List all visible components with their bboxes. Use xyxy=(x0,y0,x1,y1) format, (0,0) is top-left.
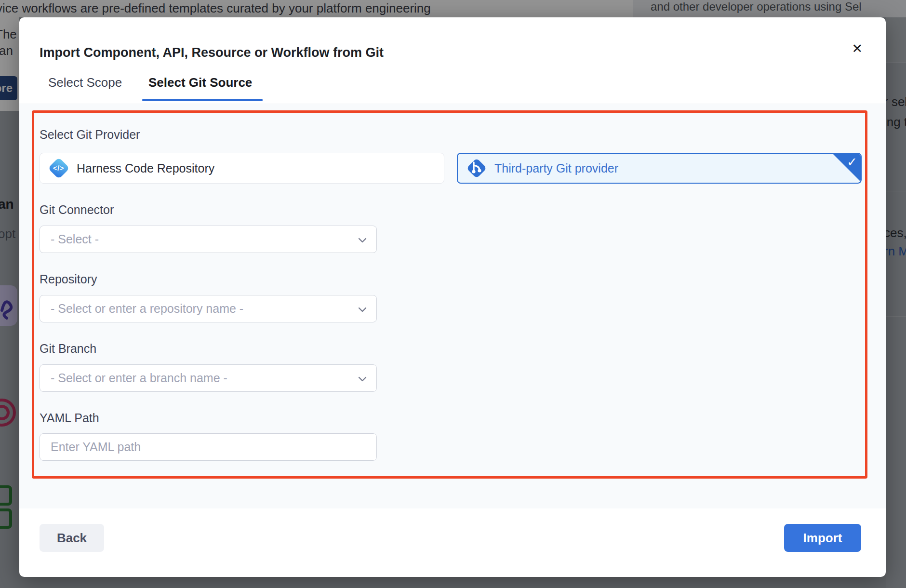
git-branch-label: Git Branch xyxy=(40,342,96,356)
tab-select-scope[interactable]: Select Scope xyxy=(48,75,122,90)
check-icon: ✓ xyxy=(847,155,857,170)
git-connector-select[interactable] xyxy=(40,226,377,253)
chevron-down-icon xyxy=(358,376,367,382)
provider-option-thirdparty-git[interactable]: Third-party Git provider ✓ xyxy=(457,153,862,184)
provider-option-harness-code[interactable]: </> Harness Code Repository xyxy=(40,153,444,184)
repository-label: Repository xyxy=(40,272,97,286)
yaml-path-label: YAML Path xyxy=(40,411,99,425)
tab-select-git-source[interactable]: Select Git Source xyxy=(148,75,252,90)
git-provider-label: Select Git Provider xyxy=(40,128,140,142)
provider-option-label: Harness Code Repository xyxy=(77,161,214,175)
git-connector-label: Git Connector xyxy=(40,203,114,217)
modal-title: Import Component, API, Resource or Workf… xyxy=(40,45,384,60)
repository-input[interactable] xyxy=(40,295,376,322)
chevron-down-icon xyxy=(358,307,367,312)
back-button[interactable]: Back xyxy=(40,524,104,552)
provider-option-label: Third-party Git provider xyxy=(494,161,618,175)
import-button[interactable]: Import xyxy=(784,524,861,552)
active-tab-indicator xyxy=(142,99,263,101)
import-from-git-modal: Import Component, API, Resource or Workf… xyxy=(19,17,886,577)
git-logo-icon xyxy=(466,157,488,179)
git-branch-select[interactable] xyxy=(40,364,377,392)
yaml-path-input[interactable] xyxy=(40,434,376,460)
git-branch-input[interactable] xyxy=(40,365,376,391)
yaml-path-field[interactable] xyxy=(40,433,377,461)
git-connector-input[interactable] xyxy=(40,226,376,253)
screenshot-root: vice workflows are pre-defined templates… xyxy=(0,0,906,588)
harness-code-icon: </> xyxy=(48,157,70,179)
close-icon[interactable]: ✕ xyxy=(850,40,865,57)
repository-select[interactable] xyxy=(40,295,377,322)
chevron-down-icon xyxy=(358,238,367,243)
select-git-source-panel: Select Git Provider </> Harness Code Rep… xyxy=(19,104,886,508)
